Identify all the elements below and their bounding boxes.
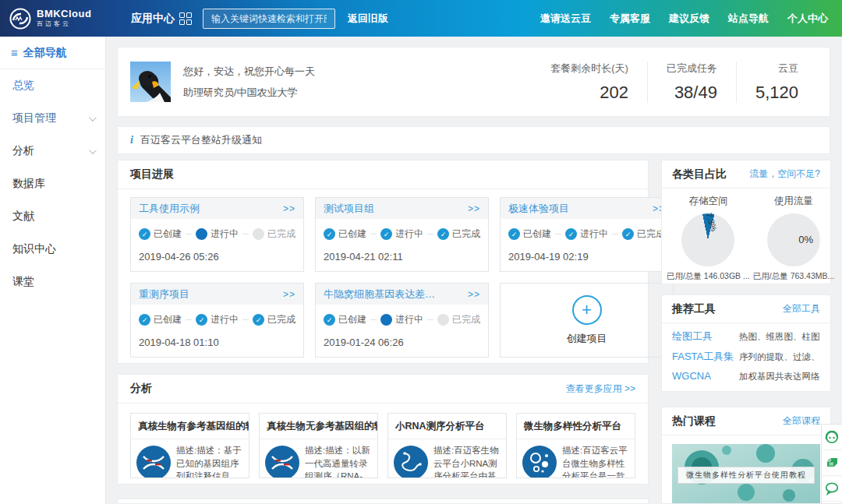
brand-logo[interactable]: BMKCloud 百迈客云 [0, 8, 115, 30]
tool-row: FASTA工具集 序列的提取、过滤、... [662, 344, 830, 364]
navlink-invite[interactable]: 邀请送云豆 [540, 12, 591, 26]
left-sidebar: ≡ 全部导航 总览 项目管理 分析 数据库 文献 知识中心 课堂 [0, 37, 106, 504]
section-title-courses: 热门课程 [672, 414, 716, 428]
sidebar-item-project-management[interactable]: 项目管理 [0, 102, 105, 135]
feedback-chat-button[interactable] [822, 476, 842, 502]
app-card-denovo-transcriptome[interactable]: 真核生物无参考基因组的转录... 描述:描述：以新一代高通量转录组测序（RNA-… [259, 413, 378, 478]
project-name-link[interactable]: 牛隐窝细胞基因表达差异分... [324, 287, 440, 301]
app-card-microbial-diversity[interactable]: 微生物多样性分析平台 描述:百迈客云平台微生物多样性分析平台是一款结合... [516, 413, 635, 478]
app-card-ref-transcriptome[interactable]: 真核生物有参考基因组的转录... 描述:描述：基于已知的基因组序列和注释信息，以… [130, 413, 249, 478]
project-card: 重测序项目 >> ✓已创建 ✓进行中 ✓已完成 2019-04-18 01:10 [130, 283, 304, 358]
stat-completed-tasks: 已完成任务 38/49 [647, 62, 736, 103]
stat-label: 已完成任务 [667, 62, 717, 76]
project-more-link[interactable]: >> [283, 203, 295, 214]
next-section-card-partial [117, 499, 649, 504]
project-date: 2019-04-18 01:10 [131, 326, 303, 348]
step-done-icon: ✓ [380, 228, 392, 240]
sidebar-item-analysis[interactable]: 分析 [0, 135, 105, 167]
all-courses-link[interactable]: 全部课程 [783, 414, 820, 428]
chat-icon [824, 481, 840, 496]
step-connector [370, 234, 377, 234]
tool-link-wgcna[interactable]: WGCNA [672, 370, 739, 382]
tool-link-plotting[interactable]: 绘图工具 [672, 330, 739, 344]
project-name-link[interactable]: 重测序项目 [139, 287, 189, 301]
app-title: 小RNA测序分析平台 [388, 414, 506, 439]
step-label: 进行中 [395, 227, 423, 241]
step-label: 已创建 [523, 227, 551, 241]
pie-value-label: 0% [798, 234, 813, 245]
step-label: 已创建 [154, 227, 182, 241]
step-done-icon: ✓ [565, 228, 577, 240]
pie-value-label: 7.3% [705, 212, 720, 232]
navlink-feedback[interactable]: 建议反馈 [669, 12, 709, 26]
back-to-old-link[interactable]: 返回旧版 [348, 12, 388, 26]
chevron-down-icon [89, 114, 97, 122]
pie-caption: 已用/总量 763.43MB... [752, 271, 836, 282]
floating-toolbar [821, 424, 842, 504]
project-more-link[interactable]: >> [283, 289, 295, 300]
all-navigation-button[interactable]: ≡ 全部导航 [0, 37, 105, 69]
need-more-quota-link[interactable]: 流量，空间不足? [749, 167, 820, 181]
step-done-icon: ✓ [139, 314, 150, 326]
sidebar-item-overview[interactable]: 总览 [0, 69, 105, 102]
sidebar-item-classroom[interactable]: 课堂 [0, 266, 105, 298]
recommended-tools-section: 推荐工具 全部工具 绘图工具 热图、维恩图、柱图... FASTA工具集 序列的… [661, 294, 831, 392]
bmk-swirl-icon [9, 8, 31, 30]
step-connector [242, 234, 249, 234]
user-stats: 套餐剩余时长(天) 202 已完成任务 38/49 云豆 5,120 [532, 62, 817, 103]
all-tools-link[interactable]: 全部工具 [783, 302, 820, 315]
app-card-small-rna[interactable]: 小RNA测序分析平台 描述:百迈客生物云平台小RNA测序分析平台由基本分... [387, 413, 507, 478]
step-connector [427, 234, 433, 234]
avatar[interactable] [130, 62, 171, 102]
user-role-text: 助理研究员/中国农业大学 [183, 82, 315, 103]
course-thumbnail[interactable]: 微生物多样性分析平台使用教程 [672, 444, 820, 504]
penguin-avatar-image [130, 62, 171, 102]
sidebar-item-label: 项目管理 [12, 111, 56, 125]
step-connector [186, 234, 192, 234]
project-more-link[interactable]: >> [468, 203, 480, 214]
storage-pie-chart: 7.3% [681, 213, 734, 266]
navlink-support[interactable]: 专属客服 [610, 12, 650, 26]
step-label: 已创建 [338, 227, 366, 241]
book-icon [824, 455, 840, 471]
headset-icon [824, 429, 840, 445]
step-label: 进行中 [210, 227, 239, 241]
project-more-link[interactable]: >> [468, 289, 480, 300]
navlink-personal[interactable]: 个人中心 [787, 12, 828, 26]
notice-bar[interactable]: i 百迈客云平台整站升级通知 [117, 126, 830, 154]
step-connector [186, 319, 192, 320]
app-desc: 描述:百迈客生物云平台小RNA测序分析平台由基本分... [433, 444, 501, 478]
sidebar-item-database[interactable]: 数据库 [0, 167, 105, 200]
tool-link-fasta[interactable]: FASTA工具集 [672, 350, 739, 364]
project-name-link[interactable]: 工具使用示例 [139, 202, 200, 216]
tool-row: 绘图工具 热图、维恩图、柱图... [662, 323, 830, 344]
step-done-icon: ✓ [622, 228, 634, 240]
search-input[interactable] [203, 9, 335, 29]
all-navigation-label: 全部导航 [23, 46, 67, 60]
sidebar-item-knowledge-center[interactable]: 知识中心 [0, 233, 105, 266]
app-center-button[interactable]: 应用中心 [131, 12, 192, 26]
customer-service-button[interactable] [822, 425, 842, 450]
manual-button[interactable] [822, 450, 842, 476]
navlink-sitemap[interactable]: 站点导航 [728, 12, 769, 26]
view-more-apps-link[interactable]: 查看更多应用 >> [566, 382, 635, 396]
navbar-links: 邀请送云豆 专属客服 建议反馈 站点导航 个人中心 [540, 12, 842, 26]
create-project-button[interactable]: + 创建项目 [500, 283, 674, 358]
tool-desc: 序列的提取、过滤、... [739, 351, 820, 363]
project-name-link[interactable]: 测试项目组 [324, 202, 374, 216]
tool-desc: 热图、维恩图、柱图... [739, 331, 820, 343]
sidebar-item-literature[interactable]: 文献 [0, 200, 105, 233]
rna-icon [394, 446, 428, 478]
logo-title: BMKCloud [37, 9, 91, 19]
project-name-link[interactable]: 极速体验项目 [508, 202, 569, 216]
project-card: 牛隐窝细胞基因表达差异分... >> ✓已创建 进行中 已完成 2019-01-… [315, 283, 489, 358]
tool-desc: 加权基因共表达网络... [739, 371, 820, 382]
sidebar-item-label: 课堂 [12, 275, 34, 289]
project-date: 2019-01-24 06:26 [316, 326, 488, 348]
create-project-label: 创建项目 [567, 332, 607, 346]
top-navbar: BMKCloud 百迈客云 应用中心 返回旧版 邀请送云豆 专属客服 建议反馈 … [0, 0, 842, 37]
step-connector [612, 234, 618, 234]
greeting-card: 您好，安达，祝您开心每一天 助理研究员/中国农业大学 套餐剩余时长(天) 202… [117, 47, 830, 117]
plus-icon: + [572, 295, 602, 325]
step-done-icon: ✓ [508, 228, 520, 240]
